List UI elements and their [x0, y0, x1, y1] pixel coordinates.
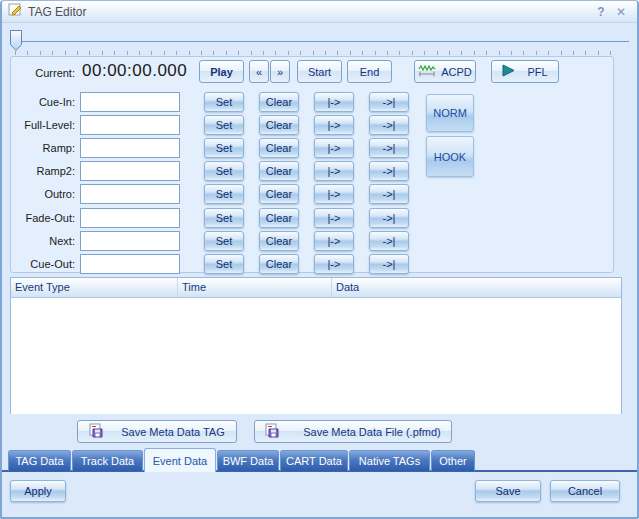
column-header-time[interactable]: Time: [178, 278, 332, 297]
cancel-button[interactable]: Cancel: [550, 480, 620, 502]
tab-native-tags[interactable]: Native TAGs: [349, 450, 430, 471]
next-label: Next:: [2, 235, 75, 247]
start-button[interactable]: Start: [297, 60, 342, 83]
window-title: TAG Editor: [28, 5, 591, 19]
clear-button[interactable]: Clear: [259, 115, 299, 135]
nudge-left-button[interactable]: |->: [314, 92, 354, 112]
clear-button[interactable]: Clear: [259, 184, 299, 204]
nudge-left-button[interactable]: |->: [314, 115, 354, 135]
tab-tag-data[interactable]: TAG Data: [8, 450, 71, 471]
set-button[interactable]: Set: [204, 115, 244, 135]
column-header-data[interactable]: Data: [332, 278, 621, 297]
tab-event-data[interactable]: Event Data: [144, 448, 216, 472]
waveform-icon: [418, 64, 436, 80]
current-label: Current:: [2, 67, 75, 79]
acpd-button[interactable]: ACPD: [414, 60, 476, 83]
cue-in-input[interactable]: [80, 92, 180, 112]
ramp2-input[interactable]: [80, 161, 180, 181]
nudge-right-button[interactable]: ->|: [369, 184, 409, 204]
set-button[interactable]: Set: [204, 254, 244, 274]
ramp2-label: Ramp2:: [2, 165, 75, 177]
set-button[interactable]: Set: [204, 92, 244, 112]
nudge-right-button[interactable]: ->|: [369, 208, 409, 228]
cue-in-label: Cue-In:: [2, 96, 75, 108]
tab-other[interactable]: Other: [431, 450, 475, 471]
save-disk-icon: [89, 423, 103, 440]
pfl-button[interactable]: PFL: [491, 60, 559, 83]
full-level-input[interactable]: [80, 115, 180, 135]
skip-back-button[interactable]: «: [249, 60, 269, 83]
clear-button[interactable]: Clear: [259, 254, 299, 274]
column-header-event-type[interactable]: Event Type: [11, 278, 178, 297]
tab-track-data[interactable]: Track Data: [72, 450, 143, 471]
event-table: Event Type Time Data: [10, 277, 622, 414]
tab-bwf-data[interactable]: BWF Data: [217, 450, 279, 471]
cue-out-input[interactable]: [80, 254, 180, 274]
tag-editor-window: TAG Editor ? ✕ Current: 00:00:00.000 Pla…: [0, 0, 639, 519]
nudge-right-button[interactable]: ->|: [369, 138, 409, 158]
save-disk-icon: [265, 423, 279, 440]
set-button[interactable]: Set: [204, 208, 244, 228]
next-input[interactable]: [80, 231, 180, 251]
skip-forward-button[interactable]: »: [270, 60, 290, 83]
fade-out-label: Fade-Out:: [2, 212, 75, 224]
nudge-left-button[interactable]: |->: [314, 231, 354, 251]
event-table-header: Event Type Time Data: [11, 278, 621, 298]
cue-out-label: Cue-Out:: [2, 258, 75, 270]
clear-button[interactable]: Clear: [259, 92, 299, 112]
apply-button[interactable]: Apply: [10, 480, 66, 502]
slider-ticks: [15, 51, 623, 55]
play-triangle-icon: [502, 64, 515, 79]
nudge-right-button[interactable]: ->|: [369, 231, 409, 251]
save-meta-file-button[interactable]: Save Meta Data File (.pfmd): [254, 420, 452, 443]
nudge-left-button[interactable]: |->: [314, 138, 354, 158]
clear-button[interactable]: Clear: [259, 161, 299, 181]
close-icon[interactable]: ✕: [611, 5, 631, 19]
clear-button[interactable]: Clear: [259, 138, 299, 158]
fade-out-input[interactable]: [80, 208, 180, 228]
set-button[interactable]: Set: [204, 161, 244, 181]
outro-input[interactable]: [80, 184, 180, 204]
end-button[interactable]: End: [347, 60, 392, 83]
nudge-left-button[interactable]: |->: [314, 208, 354, 228]
title-bar: TAG Editor ? ✕: [2, 1, 637, 23]
save-meta-tag-button[interactable]: Save Meta Data TAG: [77, 420, 237, 443]
save-button[interactable]: Save: [475, 480, 541, 502]
clear-button[interactable]: Clear: [259, 208, 299, 228]
current-time-value: 00:00:00.000: [82, 61, 187, 81]
nudge-left-button[interactable]: |->: [314, 184, 354, 204]
nudge-right-button[interactable]: ->|: [369, 254, 409, 274]
help-icon[interactable]: ?: [591, 5, 611, 19]
outro-label: Outro:: [2, 188, 75, 200]
set-button[interactable]: Set: [204, 184, 244, 204]
tab-cart-data[interactable]: CART Data: [280, 450, 348, 471]
position-slider-track[interactable]: [12, 41, 629, 42]
event-table-body[interactable]: [11, 298, 621, 414]
set-button[interactable]: Set: [204, 231, 244, 251]
nudge-right-button[interactable]: ->|: [369, 161, 409, 181]
nudge-right-button[interactable]: ->|: [369, 92, 409, 112]
full-level-label: Full-Level:: [2, 119, 75, 131]
hook-button[interactable]: HOOK: [426, 136, 474, 177]
ramp-input[interactable]: [80, 138, 180, 158]
ramp-label: Ramp:: [2, 142, 75, 154]
clear-button[interactable]: Clear: [259, 231, 299, 251]
nudge-right-button[interactable]: ->|: [369, 115, 409, 135]
play-button[interactable]: Play: [199, 60, 244, 83]
norm-button[interactable]: NORM: [426, 94, 474, 132]
set-button[interactable]: Set: [204, 138, 244, 158]
nudge-left-button[interactable]: |->: [314, 254, 354, 274]
nudge-left-button[interactable]: |->: [314, 161, 354, 181]
edit-note-icon: [8, 2, 23, 21]
